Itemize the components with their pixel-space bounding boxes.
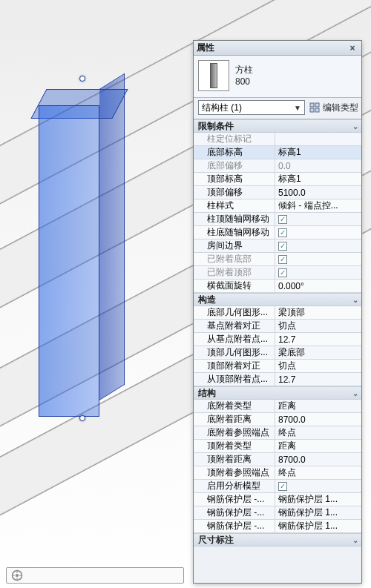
row-base-offset[interactable]: 底部偏移0.0 xyxy=(194,159,361,173)
checkbox-icon[interactable]: ✓ xyxy=(278,242,287,251)
grip-top[interactable] xyxy=(79,76,85,82)
expander-icon[interactable]: ⌄ xyxy=(352,296,357,304)
row-enable-analytical[interactable]: 启用分析模型✓ xyxy=(194,480,361,493)
close-icon[interactable]: × xyxy=(347,43,358,53)
expander-icon[interactable]: ⌄ xyxy=(352,536,357,544)
palette-titlebar[interactable]: 属性 × xyxy=(194,41,361,56)
selected-column[interactable] xyxy=(39,89,135,423)
edit-type-button[interactable]: 编辑类型 xyxy=(309,102,358,114)
row-attached-base[interactable]: 已附着底部✓ xyxy=(194,253,361,266)
svg-rect-2 xyxy=(310,103,314,107)
row-top-moves-with-grids[interactable]: 柱顶随轴网移动✓ xyxy=(194,213,361,226)
checkbox-icon: ✓ xyxy=(278,255,287,264)
row-top-level[interactable]: 顶部标高标高1 xyxy=(194,173,361,186)
row-rebar-cover-3[interactable]: 钢筋保护层 -...钢筋保护层 1... xyxy=(194,520,361,533)
row-base-attach-ref[interactable]: 底附着参照端点终点 xyxy=(194,426,361,440)
expander-icon[interactable]: ⌄ xyxy=(352,122,357,131)
row-from-top-point[interactable]: 从顶部附着点...12.7 xyxy=(194,373,361,386)
row-base-level[interactable]: 底部标高标高1 xyxy=(194,146,361,159)
svg-rect-5 xyxy=(315,108,319,112)
row-cross-section-rotation[interactable]: 横截面旋转0.000° xyxy=(194,280,361,293)
row-top-geometry[interactable]: 顶部几何图形...梁底部 xyxy=(194,346,361,360)
row-base-attach-distance[interactable]: 底附着距离8700.0 xyxy=(194,413,361,426)
instance-filter-dropdown[interactable]: 结构柱 (1) ▼ xyxy=(198,100,305,115)
section-structural[interactable]: 结构⌄ xyxy=(194,386,361,400)
expander-icon[interactable]: ⌄ xyxy=(352,389,357,397)
row-top-attach-distance[interactable]: 顶附着距离8700.0 xyxy=(194,453,361,466)
row-rebar-cover-2[interactable]: 钢筋保护层 -...钢筋保护层 1... xyxy=(194,506,361,520)
type-name: 800 xyxy=(235,76,253,87)
section-dimensions[interactable]: 尺寸标注⌄ xyxy=(194,533,361,546)
row-column-style[interactable]: 柱样式倾斜 - 端点控... xyxy=(194,199,361,213)
row-base-geometry[interactable]: 底部几何图形...梁顶部 xyxy=(194,306,361,320)
svg-point-1 xyxy=(16,574,19,577)
instance-filter-text: 结构柱 (1) xyxy=(202,102,242,114)
row-attached-top[interactable]: 已附着顶部✓ xyxy=(194,266,361,280)
row-rebar-cover-1[interactable]: 钢筋保护层 -...钢筋保护层 1... xyxy=(194,493,361,506)
edit-type-label: 编辑类型 xyxy=(323,102,358,114)
row-from-base-point[interactable]: 从基点附着点...12.7 xyxy=(194,333,361,346)
section-constraints[interactable]: 限制条件⌄ xyxy=(194,119,361,133)
svg-rect-4 xyxy=(310,108,314,112)
row-base-attach-type[interactable]: 底附着类型距离 xyxy=(194,400,361,413)
row-base-moves-with-grids[interactable]: 柱底随轴网移动✓ xyxy=(194,226,361,240)
edit-type-icon xyxy=(309,102,320,113)
family-name: 方柱 xyxy=(235,64,253,76)
row-top-justification[interactable]: 顶部附着对正切点 xyxy=(194,360,361,373)
type-thumbnail xyxy=(198,60,229,91)
properties-palette: 属性 × 方柱 800 结构柱 (1) ▼ 编辑类型 xyxy=(193,40,362,584)
palette-title-text: 属性 xyxy=(197,42,214,54)
chevron-down-icon: ▼ xyxy=(294,104,301,112)
row-top-offset[interactable]: 顶部偏移5100.0 xyxy=(194,186,361,199)
checkbox-icon[interactable]: ✓ xyxy=(278,228,287,237)
grip-bottom[interactable] xyxy=(79,415,85,421)
checkbox-icon[interactable]: ✓ xyxy=(278,482,287,491)
property-grid[interactable]: 限制条件⌄ 柱定位标记 底部标高标高1 底部偏移0.0 顶部标高标高1 顶部偏移… xyxy=(194,119,361,583)
svg-rect-3 xyxy=(315,103,319,107)
view-control-bar[interactable] xyxy=(6,567,184,584)
type-selector-zone[interactable]: 方柱 800 xyxy=(194,56,361,98)
checkbox-icon[interactable]: ✓ xyxy=(278,215,287,224)
row-top-attach-type[interactable]: 顶附着类型距离 xyxy=(194,440,361,453)
row-room-bounding[interactable]: 房间边界✓ xyxy=(194,240,361,253)
checkbox-icon: ✓ xyxy=(278,268,287,277)
row-top-attach-ref[interactable]: 顶附着参照端点终点 xyxy=(194,466,361,480)
row-location-mark[interactable]: 柱定位标记 xyxy=(194,133,361,146)
section-construction[interactable]: 构造⌄ xyxy=(194,293,361,306)
row-base-justification[interactable]: 基点附着对正切点 xyxy=(194,320,361,333)
steering-wheel-icon[interactable] xyxy=(11,569,23,581)
